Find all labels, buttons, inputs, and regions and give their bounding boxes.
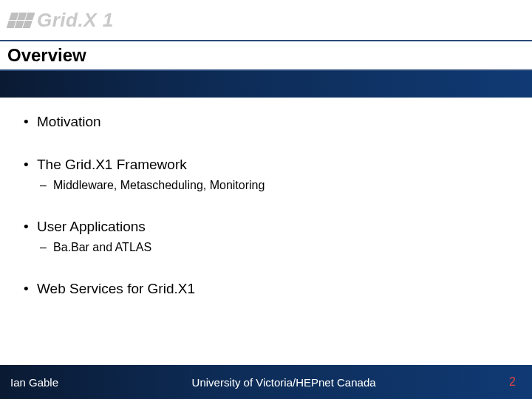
content-area: Motivation The Grid.X1 Framework Middlew… xyxy=(0,98,532,365)
footer-affiliation: University of Victoria/HEPnet Canada xyxy=(58,376,509,389)
list-item: Motivation xyxy=(22,114,510,130)
sub-list-item: Ba.Bar and ATLAS xyxy=(37,241,510,254)
bullet-text: The Grid.X1 Framework xyxy=(37,157,187,172)
logo: Grid.X 1 xyxy=(9,9,114,32)
list-item: User Applications Ba.Bar and ATLAS xyxy=(22,219,510,254)
footer-page-number: 2 xyxy=(509,375,516,389)
bullet-text: Web Services for Grid.X1 xyxy=(37,281,195,296)
decorative-band xyxy=(0,71,532,98)
bullet-text: Motivation xyxy=(37,114,101,129)
sub-list: Middleware, Metascheduling, Monitoring xyxy=(37,179,510,192)
sub-list-item: Middleware, Metascheduling, Monitoring xyxy=(37,179,510,192)
list-item: Web Services for Grid.X1 xyxy=(22,281,510,297)
logo-grid-icon xyxy=(7,13,35,28)
sub-list: Ba.Bar and ATLAS xyxy=(37,241,510,254)
slide: Grid.X 1 Overview Motivation The Grid.X1… xyxy=(0,0,532,399)
logo-text: Grid.X 1 xyxy=(37,9,114,32)
list-item: The Grid.X1 Framework Middleware, Metasc… xyxy=(22,157,510,192)
footer-author: Ian Gable xyxy=(10,376,58,389)
title-bar: Overview xyxy=(0,40,532,71)
slide-title: Overview xyxy=(7,45,86,66)
bullet-list: Motivation The Grid.X1 Framework Middlew… xyxy=(22,114,510,297)
sub-bullet-text: Ba.Bar and ATLAS xyxy=(53,241,151,253)
footer: Ian Gable University of Victoria/HEPnet … xyxy=(0,365,532,399)
header: Grid.X 1 xyxy=(0,0,532,40)
bullet-text: User Applications xyxy=(37,219,146,234)
sub-bullet-text: Middleware, Metascheduling, Monitoring xyxy=(53,179,265,191)
